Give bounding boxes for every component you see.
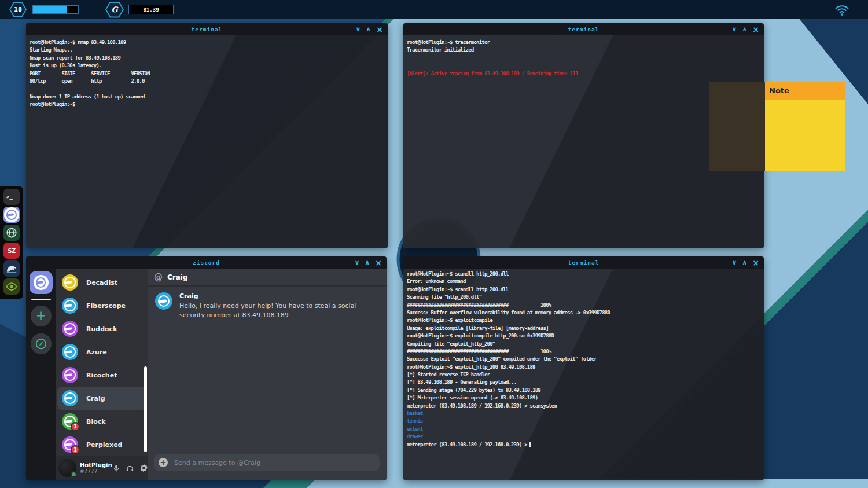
minimize-button[interactable]: ∨ xyxy=(355,26,361,32)
maximize-button[interactable]: ∧ xyxy=(365,259,370,266)
terminal-line: root@HotPlugin:~$ exploitcompile xyxy=(407,317,760,324)
terminal-line: Nmap done: 1 IP address (1 host up) scan… xyxy=(30,93,384,101)
ziscord-logo-icon xyxy=(4,207,19,222)
channel-label: Azure xyxy=(86,348,107,356)
channel-item-ricochet[interactable]: Ricochet xyxy=(57,364,146,387)
channel-item-decadist[interactable]: Decadist xyxy=(57,271,146,294)
titlebar[interactable]: ziscord ∨ ∧ × xyxy=(26,256,387,269)
text-cursor xyxy=(529,442,531,447)
top-hud-bar: 18 G 81.39 xyxy=(0,0,868,19)
terminal-line: meterpreter (83.49.108.189 / 192.168.0.2… xyxy=(407,441,760,449)
channel-label: Fiberscope xyxy=(86,302,126,310)
channel-avatar xyxy=(62,321,78,337)
minimize-button[interactable]: ∨ xyxy=(354,259,359,266)
channel-avatar xyxy=(62,298,78,314)
terminal-line: PORT STATE SERVICE VERSION xyxy=(30,70,384,78)
terminal-output[interactable]: root@HotPlugin:~$ scandll http_200.dllEr… xyxy=(403,269,764,480)
channel-item-azure[interactable]: Azure xyxy=(57,340,146,364)
terminal-line: root@HotPlugin:~$ exploit_http_200 83.49… xyxy=(407,364,760,371)
headphones-icon[interactable] xyxy=(126,464,134,472)
window-title: terminal xyxy=(192,26,223,32)
terminal-line: Tracermonitor initialized xyxy=(407,46,760,54)
unread-badge: 1 xyxy=(71,445,80,454)
progress-fill xyxy=(33,6,67,13)
message-avatar xyxy=(155,292,172,310)
window-title: terminal xyxy=(568,259,599,266)
at-icon: @ xyxy=(154,272,163,282)
attach-plus-icon[interactable]: + xyxy=(159,458,168,467)
maximize-button[interactable]: ∧ xyxy=(742,259,747,266)
terminal-line: Success: Buffer overflow vulnerability f… xyxy=(407,309,760,317)
progress-bar xyxy=(32,5,79,14)
terminal-line: root@HotPlugin:~$ nmap 83.49.108.189 xyxy=(30,39,384,46)
dock-sz-app-icon[interactable]: SZ xyxy=(3,243,20,259)
channel-avatar xyxy=(62,344,78,360)
terminal-line: tennis xyxy=(407,417,760,425)
minimize-button[interactable]: ∨ xyxy=(731,26,737,32)
maximize-button[interactable]: ∧ xyxy=(742,26,747,32)
terminal-line: drawer xyxy=(407,433,760,441)
dock-wave-app-icon[interactable] xyxy=(3,260,20,277)
channel-item-block[interactable]: 1Block xyxy=(57,410,146,433)
minimize-button[interactable]: ∨ xyxy=(731,259,737,266)
settings-gear-icon[interactable] xyxy=(139,464,148,472)
wifi-icon[interactable] xyxy=(834,2,849,17)
message-input[interactable] xyxy=(173,458,375,467)
channel-avatar xyxy=(62,367,78,383)
terminal-line xyxy=(30,85,384,93)
close-button[interactable]: × xyxy=(752,25,759,34)
greyhack-logo-icon: G xyxy=(105,2,124,18)
chat-header-name: Craig xyxy=(167,273,188,281)
app-dock: >_ SZ xyxy=(0,186,23,299)
terminal-line xyxy=(407,54,760,62)
close-button[interactable]: × xyxy=(375,259,382,267)
message-text: Hello, i really need your help! You have… xyxy=(179,302,380,320)
terminal-line: ###################################### 1… xyxy=(407,348,760,355)
close-button[interactable]: × xyxy=(752,259,759,267)
channel-avatar xyxy=(62,390,78,406)
channel-avatar: 1 xyxy=(62,436,78,453)
message-author: Craig xyxy=(179,292,380,300)
channel-scrollbar[interactable] xyxy=(144,366,147,452)
channel-item-craig[interactable]: Craig xyxy=(57,387,146,410)
note-header[interactable]: Note xyxy=(765,82,845,100)
terminal-line: Scanning file "http_200.dll" xyxy=(407,293,760,301)
terminal-output[interactable]: root@HotPlugin:~$ nmap 83.49.108.189Star… xyxy=(26,35,388,248)
terminal-line: root@HotPlugin:~$ tracermonitor xyxy=(407,39,760,46)
dock-browser-globe-icon[interactable] xyxy=(3,225,20,241)
titlebar[interactable]: terminal ∨ ∧ × xyxy=(403,256,764,269)
titlebar[interactable]: terminal ∨ ∧ × xyxy=(26,23,388,35)
window-terminal-nmap: terminal ∨ ∧ × root@HotPlugin:~$ nmap 83… xyxy=(26,23,388,248)
dock-ziscord-icon[interactable] xyxy=(3,207,20,223)
terminal-line: meterpreter (83.49.108.189 / 192.168.0.2… xyxy=(407,402,760,410)
username: HotPlugin xyxy=(80,462,112,469)
dock-spy-eye-icon[interactable] xyxy=(3,278,20,295)
maximize-button[interactable]: ∧ xyxy=(366,26,371,32)
terminal-line: [*] Sending stage (704,229 bytes) to 83.… xyxy=(407,387,760,394)
add-server-button[interactable]: + xyxy=(31,306,52,326)
avatar[interactable] xyxy=(58,459,76,477)
titlebar[interactable]: terminal ∨ ∧ × xyxy=(403,23,764,35)
level-badge: 18 xyxy=(9,2,27,17)
channel-list: DecadistFiberscopeRuddockAzureRicochetCr… xyxy=(56,269,148,480)
terminal-line: [*] 83.49.108.189 - Generating payload..… xyxy=(407,379,760,386)
compass-icon xyxy=(35,337,47,350)
channel-item-fiberscope[interactable]: Fiberscope xyxy=(57,294,146,317)
sticky-note[interactable]: Note xyxy=(765,82,845,171)
channel-item-ruddock[interactable]: Ruddock xyxy=(57,317,146,340)
explore-servers-button[interactable] xyxy=(31,333,52,354)
close-button[interactable]: × xyxy=(376,25,383,34)
terminal-line: Starting Nmap... xyxy=(30,46,384,54)
message-input-bar: + xyxy=(148,449,387,480)
microphone-icon[interactable] xyxy=(112,464,120,472)
ziscord-home-button[interactable] xyxy=(30,271,53,294)
terminal-line: Host is up (0.30s latency). xyxy=(30,62,384,69)
level-value: 18 xyxy=(10,3,25,16)
channel-item-perplexed[interactable]: 1Perplexed xyxy=(57,433,146,456)
chat-area: @ Craig Craig Hello, i really need your … xyxy=(148,269,387,480)
user-tag: #7777 xyxy=(80,468,112,474)
terminal-line: Nmap scan report for 83.49.108.189 xyxy=(30,54,384,62)
dock-terminal-icon[interactable]: >_ xyxy=(3,189,20,205)
unread-badge: 1 xyxy=(71,422,80,431)
channel-avatar: 1 xyxy=(62,413,78,430)
